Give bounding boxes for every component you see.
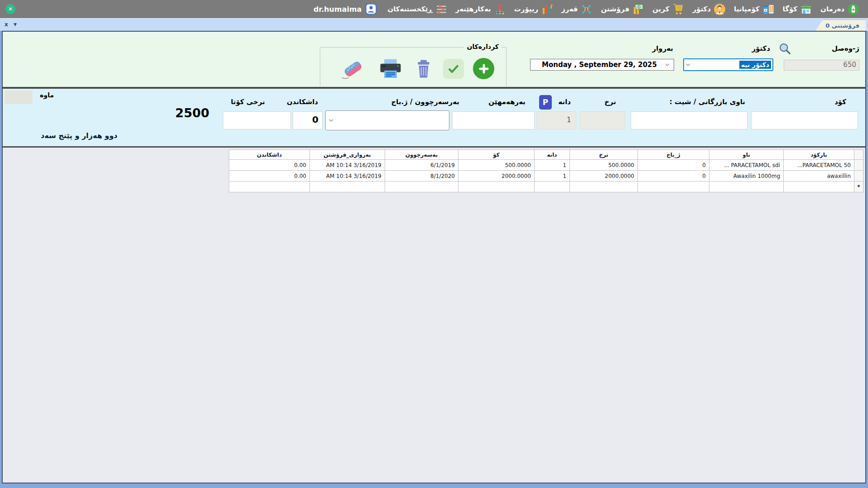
- column-header[interactable]: ناو: [709, 150, 784, 160]
- menu-item-doctor[interactable]: دکتۆر: [688, 0, 730, 18]
- menu-item-sale[interactable]: فرۆشتن: [597, 0, 648, 18]
- table-cell[interactable]: [709, 182, 784, 192]
- table-cell[interactable]: ...PARACETAMOL 50: [784, 160, 854, 171]
- receipt-number-field[interactable]: 650: [784, 60, 859, 71]
- table-cell[interactable]: 0: [638, 160, 709, 171]
- column-header[interactable]: نرخ: [570, 150, 638, 160]
- table-cell[interactable]: [310, 182, 385, 192]
- menu-item-company[interactable]: کۆمپانیا: [730, 0, 779, 18]
- producer-input[interactable]: [452, 111, 535, 129]
- menu-item-warehouse[interactable]: کۆگا: [779, 0, 816, 18]
- table-cell[interactable]: [229, 182, 310, 192]
- menu-item-label: دکتۆر: [692, 5, 711, 13]
- table-cell[interactable]: 1: [535, 171, 570, 182]
- menu-item-label: ڕێکخستنەکان: [387, 5, 432, 13]
- sale-header-panel: ژ-وەصل 650 دکتۆر دکتۆر نیە بەروار Monday…: [3, 32, 865, 87]
- row-selector[interactable]: [854, 171, 863, 182]
- unit-label: دانە: [558, 98, 571, 106]
- total-amount: 2500: [175, 106, 209, 120]
- delete-trash-button[interactable]: [413, 57, 434, 80]
- table-row: awaxillinAwaxilin 1000mg02000.000012000.…: [229, 171, 863, 182]
- table-cell[interactable]: AM 10:14 3/16/2019: [310, 160, 385, 171]
- doctor-select[interactable]: دکتۆر نیە: [683, 58, 773, 71]
- table-cell[interactable]: [535, 182, 570, 192]
- menu-item-medicine[interactable]: دەرمان: [816, 0, 863, 18]
- menu-item-label: کۆمپانیا: [734, 5, 760, 13]
- table-cell[interactable]: 2000.0000: [570, 171, 638, 182]
- add-button[interactable]: [473, 58, 494, 79]
- menu-item-label: قەرز: [561, 5, 578, 13]
- menu-item-label: دەرمان: [820, 5, 844, 13]
- table-cell[interactable]: 6/1/2019: [385, 160, 458, 171]
- new-row-selector[interactable]: *: [854, 182, 863, 192]
- app-close-button[interactable]: ✕: [5, 4, 15, 14]
- table-cell[interactable]: 500.0000: [570, 160, 638, 171]
- mdi-caret-down-icon[interactable]: ▼: [14, 22, 17, 27]
- sales-grid: بارکۆدناوژ_باجنرخدانەکۆبەسەرچوونبەرواری_…: [229, 149, 863, 192]
- table-cell[interactable]: 2000.0000: [458, 171, 535, 182]
- menu-item-purchase[interactable]: کرین: [648, 0, 688, 18]
- column-header[interactable]: بارکۆد: [784, 150, 854, 160]
- table-cell[interactable]: ... PARACETAMOL sdi: [709, 160, 784, 171]
- discount-label: داشکاندن: [287, 98, 318, 106]
- table-cell[interactable]: 8/1/2020: [385, 171, 458, 182]
- mdi-close-icon[interactable]: x: [5, 21, 8, 28]
- remaining-field: [5, 91, 33, 104]
- final-price-input[interactable]: [223, 111, 291, 129]
- table-cell[interactable]: [638, 182, 709, 192]
- menu-item-label: کرین: [652, 5, 669, 13]
- menu-item-debt[interactable]: $قەرز: [557, 0, 597, 18]
- menu-item-settings[interactable]: ڕێکخستنەکان: [383, 0, 451, 18]
- row-selector-header[interactable]: [854, 150, 863, 160]
- confirm-button[interactable]: [443, 59, 464, 79]
- table-cell[interactable]: [784, 182, 854, 192]
- debt-network-icon: $: [580, 3, 593, 15]
- column-header[interactable]: دانە: [535, 150, 570, 160]
- table-cell[interactable]: 0.00: [229, 160, 310, 171]
- expiry-tax-label: بەرسەرچوون / ژ.باج: [391, 98, 459, 106]
- column-header[interactable]: ژ_باج: [638, 150, 709, 160]
- table-cell[interactable]: 0.00: [229, 171, 310, 182]
- table-cell[interactable]: 500.0000: [458, 160, 535, 171]
- p-badge-icon[interactable]: P: [539, 95, 552, 110]
- date-value: Monday , September 29, 2025: [534, 61, 665, 69]
- trade-name-label: ناوی بازرگانی / شیت :: [670, 98, 745, 106]
- column-header[interactable]: بەرواری_فرۆشتن: [310, 150, 385, 160]
- table-cell[interactable]: AM 10:14 3/16/2019: [310, 171, 385, 182]
- table-cell[interactable]: Awaxilin 1000mg: [709, 171, 784, 182]
- print-button[interactable]: [377, 57, 404, 80]
- actions-row: [325, 51, 494, 86]
- table-cell[interactable]: awaxillin: [784, 171, 854, 182]
- table-cell[interactable]: 0: [638, 171, 709, 182]
- current-user-chip[interactable]: dr.humaima: [307, 3, 383, 15]
- mdi-tab-strip: x ▼ فرۆشتنی 0: [0, 18, 868, 31]
- producer-label: بەرهەمهێن: [488, 98, 526, 106]
- table-cell[interactable]: [570, 182, 638, 192]
- search-icon[interactable]: [778, 42, 791, 55]
- medicine-bottle-icon: [847, 3, 859, 15]
- table-cell[interactable]: 1: [535, 160, 570, 171]
- remaining-label: ماوە: [40, 91, 54, 99]
- column-header[interactable]: کۆ: [458, 150, 535, 160]
- date-picker[interactable]: Monday , September 29, 2025: [530, 59, 674, 71]
- menu-item-report[interactable]: ریپۆرت: [510, 0, 558, 18]
- column-header[interactable]: داشکاندن: [229, 150, 310, 160]
- menu-item-users[interactable]: بەکارهێنەر: [452, 0, 510, 18]
- table-cell[interactable]: [385, 182, 458, 192]
- discount-input[interactable]: 0: [293, 111, 323, 129]
- column-header[interactable]: بەسەرچوون: [385, 150, 458, 160]
- expiry-select[interactable]: [325, 110, 449, 130]
- main-area: بارکۆدناوژ_باجنرخدانەکۆبەسەرچوونبەرواری_…: [3, 148, 865, 483]
- trade-name-input[interactable]: [631, 111, 747, 129]
- tab-sale[interactable]: فرۆشتنی 0: [815, 19, 866, 31]
- code-input[interactable]: [751, 111, 858, 129]
- cart-icon: [672, 3, 684, 15]
- menu-item-label: بەکارهێنەر: [456, 5, 491, 13]
- application-window: ✕ دەرمانکۆگاکۆمپانیادکتۆرکرینفرۆشتن$قەرز…: [0, 0, 868, 488]
- chevron-down-icon: [685, 62, 691, 67]
- users-tree-icon: [494, 3, 506, 15]
- table-cell[interactable]: [458, 182, 535, 192]
- eraser-button[interactable]: [338, 57, 368, 81]
- menu-item-label: کۆگا: [783, 5, 797, 13]
- row-selector[interactable]: [854, 160, 863, 171]
